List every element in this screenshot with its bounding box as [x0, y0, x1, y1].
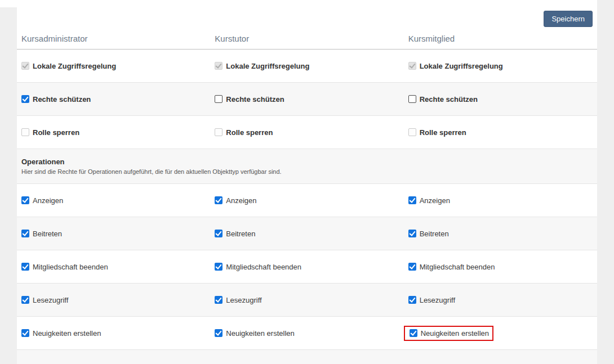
- column-header-row: Kursadministrator Kurstutor Kursmitglied: [17, 28, 597, 50]
- checkbox-cell-rechte-schuetzen-tutor[interactable]: Rechte schützen: [210, 95, 403, 104]
- checkbox-cell-rolle-sperren-admin: Rolle sperren: [17, 128, 210, 137]
- section-description: Hier sind die Rechte für Operationen auf…: [21, 168, 597, 175]
- checkbox-cell-beitreten-mitglied[interactable]: Beitreten: [404, 230, 597, 238]
- checkbox-label: Rechte schützen: [420, 95, 478, 104]
- checkbox-label: Lesezugriff: [226, 296, 261, 304]
- red-highlight-annotation: Neuigkeiten erstellen: [404, 326, 493, 341]
- checkbox-cell-lesezugriff-mitglied[interactable]: Lesezugriff: [404, 296, 597, 304]
- operation-row-neuigkeiten-erstellen: Neuigkeiten erstellen Neuigkeiten erstel…: [17, 317, 597, 350]
- operation-row-beitreten: Beitreten Beitreten Beitreten: [17, 217, 597, 250]
- operation-row-mitgliedschaft-beenden: Mitgliedschaft beenden Mitgliedschaft be…: [17, 250, 597, 284]
- column-header-kursadministrator: Kursadministrator: [17, 34, 210, 43]
- checkbox-icon[interactable]: [215, 95, 223, 103]
- section-title: Operationen: [21, 158, 597, 166]
- checkbox-icon[interactable]: [408, 230, 416, 237]
- checkbox-label: Lokale Zugriffsregelung: [33, 62, 116, 70]
- checkbox-icon: [408, 128, 416, 136]
- column-header-kursmitglied: Kursmitglied: [404, 34, 597, 43]
- checkbox-cell-anzeigen-mitglied[interactable]: Anzeigen: [404, 196, 597, 205]
- checkbox-label: Neuigkeiten erstellen: [33, 329, 101, 338]
- checkbox-label: Mitgliedschaft beenden: [420, 263, 495, 271]
- checkbox-cell-rechte-schuetzen-admin[interactable]: Rechte schützen: [17, 95, 210, 104]
- checkbox-label: Beitreten: [33, 230, 62, 238]
- checkbox-icon[interactable]: [408, 296, 416, 304]
- checkbox-icon[interactable]: [21, 296, 29, 304]
- checkbox-label: Anzeigen: [226, 196, 256, 205]
- checkbox-icon[interactable]: [408, 196, 416, 204]
- checkbox-label: Lokale Zugriffsregelung: [226, 62, 309, 70]
- checkbox-icon[interactable]: [215, 230, 223, 237]
- checkbox-cell-mitgliedschaft-beenden-mitglied[interactable]: Mitgliedschaft beenden: [404, 263, 597, 271]
- checkbox-icon[interactable]: [21, 230, 29, 237]
- permission-row-rolle-sperren: Rolle sperren Rolle sperren Rolle sperre…: [17, 116, 597, 149]
- checkbox-label: Rechte schützen: [33, 95, 91, 104]
- checkbox-label: Lokale Zugriffsregelung: [420, 62, 503, 70]
- checkbox-icon: [215, 62, 223, 70]
- checkbox-label: Rechte schützen: [226, 95, 284, 104]
- checkbox-icon[interactable]: [215, 196, 223, 204]
- checkbox-label: Mitgliedschaft beenden: [226, 263, 301, 271]
- checkbox-icon: [215, 128, 223, 136]
- checkbox-label: Mitgliedschaft beenden: [33, 263, 108, 271]
- column-header-kurstutor: Kurstutor: [210, 34, 403, 43]
- top-strip: [0, 0, 597, 7]
- checkbox-icon[interactable]: [215, 263, 223, 271]
- checkbox-label: Rolle sperren: [226, 128, 273, 137]
- checkbox-label: Neuigkeiten erstellen: [226, 329, 294, 338]
- checkbox-icon[interactable]: [215, 329, 223, 337]
- checkbox-icon[interactable]: [21, 196, 29, 204]
- checkbox-icon[interactable]: [408, 263, 416, 271]
- checkbox-label: Lesezugriff: [420, 296, 455, 304]
- checkbox-label: Lesezugriff: [33, 296, 68, 304]
- checkbox-cell-lokale-zugriffsregelung-admin: Lokale Zugriffsregelung: [17, 62, 210, 70]
- checkbox-cell-beitreten-tutor[interactable]: Beitreten: [210, 230, 403, 238]
- checkbox-icon[interactable]: [408, 95, 416, 103]
- operation-row-anzeigen: Anzeigen Anzeigen Anzeigen: [17, 184, 597, 217]
- checkbox-cell-rolle-sperren-tutor: Rolle sperren: [210, 128, 403, 137]
- checkbox-icon: [21, 62, 29, 70]
- save-button[interactable]: Speichern: [544, 11, 593, 27]
- checkbox-cell-mitgliedschaft-beenden-tutor[interactable]: Mitgliedschaft beenden: [210, 263, 403, 271]
- checkbox-label: Anzeigen: [420, 196, 450, 205]
- checkbox-icon: [21, 128, 29, 136]
- checkbox-label: Beitreten: [226, 230, 255, 238]
- checkbox-cell-anzeigen-admin[interactable]: Anzeigen: [17, 196, 210, 205]
- checkbox-label: Rolle sperren: [33, 128, 79, 137]
- checkbox-cell-lokale-zugriffsregelung-mitglied: Lokale Zugriffsregelung: [404, 62, 597, 70]
- checkbox-icon[interactable]: [21, 329, 29, 337]
- checkbox-cell-neuigkeiten-erstellen-mitglied[interactable]: Neuigkeiten erstellen: [404, 326, 597, 341]
- checkbox-icon[interactable]: [21, 95, 29, 103]
- checkbox-icon[interactable]: [21, 263, 29, 271]
- checkbox-cell-lesezugriff-tutor[interactable]: Lesezugriff: [210, 296, 403, 304]
- checkbox-label: Beitreten: [420, 230, 449, 238]
- checkbox-cell-neuigkeiten-erstellen-tutor[interactable]: Neuigkeiten erstellen: [210, 329, 403, 338]
- checkbox-label: Rolle sperren: [420, 128, 466, 137]
- bottom-filler: [17, 350, 597, 364]
- checkbox-cell-anzeigen-tutor[interactable]: Anzeigen: [210, 196, 403, 205]
- checkbox-icon: [408, 62, 416, 70]
- permission-row-lokale-zugriffsregelung: Lokale Zugriffsregelung Lokale Zugriffsr…: [17, 50, 597, 83]
- checkbox-cell-rolle-sperren-mitglied: Rolle sperren: [404, 128, 597, 137]
- checkbox-cell-beitreten-admin[interactable]: Beitreten: [17, 230, 210, 238]
- section-operationen: Operationen Hier sind die Rechte für Ope…: [17, 149, 597, 184]
- operation-row-lesezugriff: Lesezugriff Lesezugriff Lesezugriff: [17, 284, 597, 317]
- checkbox-icon[interactable]: [215, 296, 223, 304]
- rights-panel: Speichern Kursadministrator Kurstutor Ku…: [17, 7, 597, 364]
- checkbox-label: Neuigkeiten erstellen: [421, 329, 489, 338]
- checkbox-cell-lesezugriff-admin[interactable]: Lesezugriff: [17, 296, 210, 304]
- checkbox-cell-mitgliedschaft-beenden-admin[interactable]: Mitgliedschaft beenden: [17, 263, 210, 271]
- checkbox-label: Anzeigen: [33, 196, 63, 205]
- checkbox-cell-rechte-schuetzen-mitglied[interactable]: Rechte schützen: [404, 95, 597, 104]
- checkbox-cell-lokale-zugriffsregelung-tutor: Lokale Zugriffsregelung: [210, 62, 403, 70]
- checkbox-cell-neuigkeiten-erstellen-admin[interactable]: Neuigkeiten erstellen: [17, 329, 210, 338]
- toolbar: Speichern: [17, 7, 597, 28]
- permission-row-rechte-schuetzen: Rechte schützen Rechte schützen Rechte s…: [17, 83, 597, 116]
- checkbox-icon[interactable]: [410, 329, 417, 337]
